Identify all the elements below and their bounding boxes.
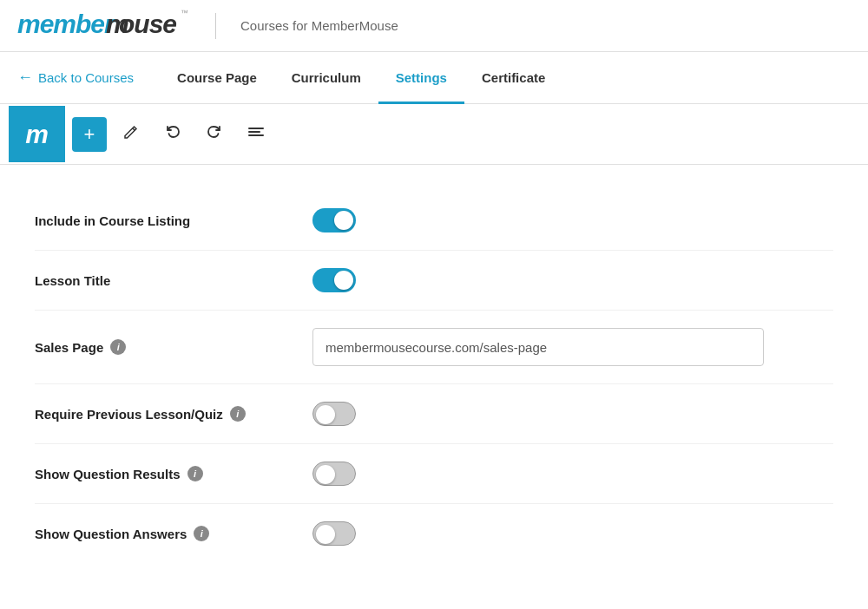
require-previous-toggle[interactable] — [312, 402, 356, 426]
toolbar: m + — [0, 104, 868, 165]
list-icon — [247, 123, 265, 145]
toolbar-m-logo: m — [9, 106, 65, 162]
sales-page-label: Sales Page i — [35, 339, 295, 355]
setting-row-lesson-title: Lesson Title — [35, 251, 833, 311]
logo: member m ouse ™ — [17, 7, 191, 44]
require-previous-control — [312, 402, 356, 426]
setting-row-sales-page: Sales Page i — [35, 311, 833, 384]
include-course-listing-label: Include in Course Listing — [35, 213, 295, 228]
back-arrow-icon: ← — [17, 69, 33, 87]
undo-button[interactable] — [155, 117, 190, 152]
toggle-track — [312, 462, 356, 486]
svg-text:member: member — [17, 10, 116, 38]
tabs: Course Page Curriculum Settings Certific… — [160, 52, 562, 103]
add-icon: + — [84, 123, 95, 146]
logo-svg: member m ouse ™ — [17, 7, 191, 38]
lesson-title-control — [312, 268, 356, 292]
setting-row-show-question-results: Show Question Results i — [35, 444, 833, 504]
sales-page-info-icon[interactable]: i — [110, 339, 126, 355]
toggle-thumb — [334, 271, 353, 290]
courses-title: Courses for MemberMouse — [240, 18, 398, 33]
tab-course-page[interactable]: Course Page — [160, 53, 274, 104]
show-question-results-toggle[interactable] — [312, 462, 356, 486]
show-question-answers-toggle[interactable] — [312, 521, 356, 546]
svg-text:™: ™ — [181, 9, 187, 17]
include-course-listing-toggle[interactable] — [312, 208, 356, 232]
add-button[interactable]: + — [72, 117, 107, 152]
tab-curriculum[interactable]: Curriculum — [274, 53, 378, 104]
include-course-listing-control — [312, 208, 356, 232]
tab-settings[interactable]: Settings — [378, 53, 464, 104]
settings-content: Include in Course Listing Lesson Title — [0, 165, 868, 589]
lesson-title-toggle[interactable] — [312, 268, 356, 292]
back-to-courses-label: Back to Courses — [38, 70, 134, 85]
setting-row-include-course-listing: Include in Course Listing — [35, 191, 833, 251]
app-header: member m ouse ™ Courses for MemberMouse — [0, 0, 868, 52]
setting-row-require-previous: Require Previous Lesson/Quiz i — [35, 384, 833, 444]
show-question-results-control — [312, 462, 356, 486]
toggle-thumb — [334, 211, 353, 230]
toggle-track — [312, 268, 356, 292]
menu-button[interactable] — [239, 117, 273, 152]
tab-certificate[interactable]: Certificate — [464, 53, 562, 104]
undo-icon — [164, 123, 181, 145]
pencil-icon — [122, 123, 140, 145]
show-question-answers-control — [312, 521, 356, 546]
toggle-thumb — [316, 525, 335, 544]
show-question-answers-label: Show Question Answers i — [35, 526, 295, 541]
header-divider — [215, 13, 216, 39]
nav-row: ← Back to Courses Course Page Curriculum… — [0, 52, 868, 104]
require-previous-info-icon[interactable]: i — [230, 406, 246, 422]
toggle-track — [312, 521, 356, 546]
show-question-results-label: Show Question Results i — [35, 466, 295, 481]
edit-button[interactable] — [114, 117, 148, 152]
redo-icon — [206, 123, 223, 145]
toggle-track — [312, 208, 356, 232]
show-question-results-info-icon[interactable]: i — [187, 466, 203, 481]
toggle-thumb — [316, 465, 335, 484]
show-question-answers-info-icon[interactable]: i — [194, 526, 209, 541]
setting-row-show-question-answers: Show Question Answers i — [35, 504, 833, 563]
redo-button[interactable] — [197, 117, 232, 152]
back-to-courses-link[interactable]: ← Back to Courses — [17, 69, 134, 87]
toolbar-m-letter: m — [25, 120, 49, 149]
toggle-thumb — [316, 405, 335, 424]
require-previous-label: Require Previous Lesson/Quiz i — [35, 406, 295, 422]
sales-page-control — [312, 328, 764, 366]
sales-page-input[interactable] — [312, 328, 764, 366]
lesson-title-label: Lesson Title — [35, 273, 295, 288]
svg-text:ouse: ouse — [119, 10, 176, 38]
toggle-track — [312, 402, 356, 426]
logo-area: member m ouse ™ Courses for MemberMouse — [17, 7, 398, 44]
